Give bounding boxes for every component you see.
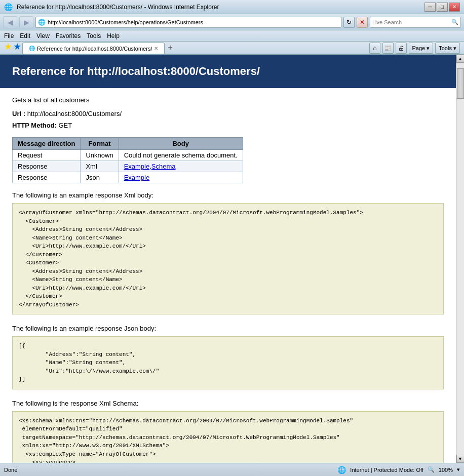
- schema-section-title: The following is the response Xml Schema…: [12, 400, 444, 407]
- status-text: Done: [4, 467, 335, 473]
- content-body: Gets a list of all customers Url : http:…: [0, 88, 456, 463]
- scroll-down-button[interactable]: ▼: [456, 455, 465, 463]
- scrollbar: ▲ ▼: [456, 55, 464, 463]
- row3-direction: Response: [13, 172, 81, 183]
- row3-body: Example: [119, 172, 243, 183]
- xml-example-link[interactable]: Example: [124, 163, 150, 170]
- tab-ie-icon: 🌐: [29, 46, 35, 51]
- http-method-label: HTTP Method:: [12, 122, 57, 129]
- row1-body: Could not generate schema document.: [119, 150, 243, 161]
- xml-schema-link[interactable]: Schema: [151, 163, 176, 170]
- back-button[interactable]: ◀: [3, 16, 17, 28]
- tab-close-button[interactable]: ✕: [154, 46, 158, 51]
- row1-format: Unknown: [81, 150, 119, 161]
- nav-icons-right: ⌂ 📰 🖨 Page ▾ Tools ▾: [369, 43, 460, 54]
- address-input[interactable]: [48, 19, 339, 25]
- scroll-thumb[interactable]: [457, 68, 464, 99]
- table-header-format: Format: [81, 138, 119, 150]
- http-method-line: HTTP Method: GET: [12, 122, 444, 129]
- status-bar: Done 🌐 Internet | Protected Mode: Off 🔍 …: [0, 463, 464, 476]
- title-bar-text: Reference for http://localhost:8000/Cust…: [17, 4, 420, 11]
- description-text: Gets a list of all customers: [12, 96, 444, 104]
- menu-tools[interactable]: Tools: [87, 32, 101, 39]
- table-row: Response Json Example: [13, 172, 243, 183]
- menu-bar: File Edit View Favorites Tools Help: [0, 30, 464, 42]
- row3-format: Json: [81, 172, 119, 183]
- forward-button[interactable]: ▶: [19, 16, 33, 28]
- row2-body: Example,Schema: [119, 161, 243, 172]
- row1-direction: Request: [13, 150, 81, 161]
- status-zoom-dropdown[interactable]: ▾: [457, 466, 460, 473]
- url-value: http://localhost:8000/Customers/: [27, 110, 122, 117]
- nav-bar: ◀ ▶ 🌐 ↻ ✕ 🔍: [0, 14, 464, 30]
- print-button[interactable]: 🖨: [396, 43, 407, 54]
- address-bar: 🌐: [35, 17, 341, 28]
- table-row: Response Xml Example,Schema: [13, 161, 243, 172]
- tab-label: Reference for http://localhost:8000/Cust…: [37, 46, 152, 52]
- status-security: Internet | Protected Mode: Off: [350, 467, 423, 473]
- message-table: Message direction Format Body Request Un…: [12, 137, 243, 183]
- xml-section-title: The following is an example response Xml…: [12, 191, 444, 199]
- status-zoom-icon: 🔍: [428, 466, 435, 473]
- browser-content: Reference for http://localhost:8000/Cust…: [0, 55, 464, 463]
- scroll-up-button[interactable]: ▲: [456, 55, 465, 63]
- feeds-button[interactable]: 📰: [382, 43, 394, 54]
- address-ie-icon: 🌐: [38, 19, 46, 26]
- page-content: Reference for http://localhost:8000/Cust…: [0, 55, 456, 463]
- row2-format: Xml: [81, 161, 119, 172]
- url-line: Url : http://localhost:8000/Customers/: [12, 110, 444, 117]
- search-input[interactable]: [372, 19, 450, 25]
- schema-code-block: <xs:schema xmlns:tns="http://schemas.dat…: [12, 411, 444, 463]
- table-header-direction: Message direction: [13, 138, 81, 150]
- json-example-link[interactable]: Example: [124, 174, 150, 181]
- add-favorites-icon[interactable]: ★: [13, 41, 21, 52]
- search-bar: 🔍: [370, 17, 461, 28]
- menu-help[interactable]: Help: [107, 32, 120, 39]
- page-header: Reference for http://localhost:8000/Cust…: [0, 55, 456, 88]
- url-label: Url :: [12, 110, 25, 117]
- scroll-track[interactable]: [456, 63, 465, 455]
- page-button[interactable]: Page ▾: [409, 43, 434, 54]
- row2-direction: Response: [13, 161, 81, 172]
- menu-file[interactable]: File: [4, 32, 14, 39]
- refresh-button[interactable]: ↻: [343, 17, 355, 28]
- table-row: Request Unknown Could not generate schem…: [13, 150, 243, 161]
- tools-button[interactable]: Tools ▾: [435, 43, 460, 54]
- json-code-block: [{ "Address":"String content", "Name":"S…: [12, 336, 444, 389]
- page-title: Reference for http://localhost:8000/Cust…: [12, 65, 444, 78]
- http-method-value: GET: [58, 122, 72, 129]
- close-button[interactable]: ✕: [449, 3, 460, 12]
- json-section-title: The following is an example response Jso…: [12, 325, 444, 332]
- favorites-star-icon[interactable]: ★: [4, 41, 12, 52]
- menu-favorites[interactable]: Favorites: [56, 32, 81, 39]
- status-ie-icon: 🌐: [337, 466, 346, 474]
- stop-button[interactable]: ✕: [357, 17, 368, 28]
- status-zoom: 100%: [439, 467, 453, 473]
- maximize-button[interactable]: □: [437, 3, 448, 12]
- title-bar: 🌐 Reference for http://localhost:8000/Cu…: [0, 0, 464, 14]
- table-header-body: Body: [119, 138, 243, 150]
- menu-view[interactable]: View: [36, 32, 50, 39]
- search-icon[interactable]: 🔍: [451, 19, 458, 25]
- tab-bar: ★ ★ 🌐 Reference for http://localhost:800…: [0, 42, 464, 55]
- menu-edit[interactable]: Edit: [20, 32, 30, 39]
- tab-main[interactable]: 🌐 Reference for http://localhost:8000/Cu…: [22, 43, 165, 54]
- browser-icon: 🌐: [4, 3, 13, 11]
- minimize-button[interactable]: ─: [424, 3, 436, 12]
- home-button[interactable]: ⌂: [369, 43, 380, 54]
- new-tab-button[interactable]: +: [166, 43, 174, 52]
- title-bar-buttons: ─ □ ✕: [424, 3, 460, 12]
- status-right: 🌐 Internet | Protected Mode: Off 🔍 100% …: [337, 466, 460, 474]
- xml-code-block: <ArrayOfCustomer xmlns="http://schemas.d…: [12, 203, 444, 314]
